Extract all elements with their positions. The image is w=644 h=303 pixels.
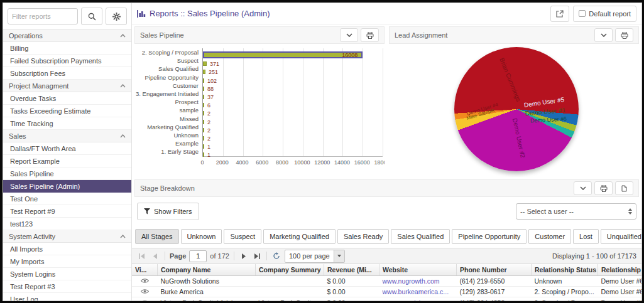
sidebar-item-test-one[interactable]: Test One xyxy=(3,193,131,205)
chevron-up-icon xyxy=(120,134,126,138)
chevron-down-icon xyxy=(601,33,607,37)
sidebar-item-all-imports[interactable]: All Imports xyxy=(3,243,131,255)
chevron-up-icon xyxy=(120,34,126,38)
chevron-up-icon xyxy=(120,84,126,88)
sidebar-item-tasks-exceeding-estimate[interactable]: Tasks Exceeding Estimate xyxy=(3,105,131,117)
page-number-input[interactable] xyxy=(189,250,207,262)
sales-pipeline-print-button[interactable] xyxy=(361,28,379,42)
sidebar-item-test-report-9[interactable]: Test Report #9 xyxy=(3,205,131,218)
relationship-status-cell: 2. Scoping / Propo... xyxy=(532,287,598,297)
tab-suspect[interactable]: Suspect xyxy=(224,229,261,244)
table-row[interactable]: NuGrowth Solutions$ 0.00www.nugrowth.com… xyxy=(132,276,641,287)
sales-pipeline-panel: Sales Pipeline 2. Scoping / Proposal1600… xyxy=(134,26,385,177)
column-header-revenue-mi-[interactable]: Revenue (Mi... xyxy=(324,264,379,276)
stage-breakdown-print-button[interactable] xyxy=(594,181,613,195)
prev-page-icon[interactable] xyxy=(150,251,160,261)
bar-category-label: sample xyxy=(136,106,199,114)
per-page-dropdown[interactable]: 100 per page xyxy=(285,250,345,263)
eye-icon[interactable] xyxy=(141,299,149,300)
company-summary-cell xyxy=(256,276,324,287)
bar-value-label: 371 xyxy=(210,61,219,67)
table-row[interactable]: Burke America$ 0.00www.burkeamerica.c...… xyxy=(132,287,641,297)
sidebar-item-overdue-tasks[interactable]: Overdue Tasks xyxy=(3,92,131,105)
sidebar-section-system-activity[interactable]: System Activity xyxy=(3,230,131,243)
bar-value-label: 2 xyxy=(207,136,210,142)
gridline xyxy=(223,48,224,156)
column-header-website[interactable]: Website xyxy=(379,264,457,276)
chevron-down-icon xyxy=(580,186,586,190)
stage-breakdown-collapse-button[interactable] xyxy=(574,181,592,195)
sidebar-item-sales-pipeline[interactable]: Sales Pipeline xyxy=(3,167,131,180)
select-user-dropdown[interactable]: -- Select a user -- xyxy=(516,203,636,220)
sidebar-item-my-imports[interactable]: My Imports xyxy=(3,255,131,268)
sidebar-item-billing[interactable]: Billing xyxy=(3,42,131,55)
sidebar-item-system-logins[interactable]: System Logins xyxy=(3,268,131,280)
sidebar-item-subscription-fees[interactable]: Subscription Fees xyxy=(3,67,131,80)
eye-icon[interactable] xyxy=(141,288,149,295)
table-row[interactable]: Victory Park Capital Advisor...Victory P… xyxy=(132,297,641,301)
app-window: OperationsBillingFailed Subscription Pay… xyxy=(3,3,642,301)
sidebar-item-sales-pipeline-admin-[interactable]: Sales Pipeline (Admin) xyxy=(3,180,131,193)
sidebar-item-time-tracking[interactable]: Time Tracking xyxy=(3,117,131,130)
website-cell[interactable]: www.burkeamerica.c... xyxy=(379,287,457,297)
sidebar-item-test123[interactable]: test123 xyxy=(3,218,131,230)
sidebar-section-project-managment[interactable]: Project Managment xyxy=(3,80,131,92)
default-report-button[interactable]: Default report xyxy=(573,6,636,22)
lead-assignment-print-button[interactable] xyxy=(615,28,633,42)
bar-value-label: 37 xyxy=(207,95,214,100)
open-report-button[interactable] xyxy=(550,6,569,22)
tab-pipeline-opportunity[interactable]: Pipeline Opportunity xyxy=(452,229,527,244)
sidebar-item-failed-subscription-payments[interactable]: Failed Subscription Payments xyxy=(3,55,131,67)
next-page-icon[interactable] xyxy=(239,251,249,261)
bar-1-early-stage xyxy=(203,152,204,157)
column-header-relationship-status[interactable]: Relationship Status xyxy=(532,264,598,276)
view-record-cell[interactable] xyxy=(132,297,158,301)
sidebar-item-report-example[interactable]: Report Example xyxy=(3,155,131,167)
revenue-cell: $ 0.00 xyxy=(324,276,379,287)
show-filters-button[interactable]: Show Filters xyxy=(137,203,199,220)
default-report-checkbox[interactable] xyxy=(579,10,586,17)
view-record-cell[interactable] xyxy=(132,287,158,297)
column-header-company-name[interactable]: Company Name xyxy=(158,264,256,276)
sidebar-section-operations[interactable]: Operations xyxy=(3,29,131,42)
last-page-icon[interactable] xyxy=(252,251,262,261)
column-header-relationship-mana-[interactable]: Relationship Mana... xyxy=(598,264,642,276)
website-cell[interactable]: www.vpcadvisors.com xyxy=(379,297,457,301)
column-header-phone-number[interactable]: Phone Number xyxy=(457,264,532,276)
tab-unqualified[interactable]: Unqualified xyxy=(601,229,641,244)
sidebar-item-test-report-3[interactable]: Test Report #3 xyxy=(3,280,131,293)
bar-category-label: Suspect xyxy=(136,56,199,65)
refresh-icon[interactable] xyxy=(271,251,281,261)
print-icon xyxy=(621,32,628,39)
phone-cell: (614) 219-6550 xyxy=(457,276,532,287)
filter-reports-input[interactable] xyxy=(8,8,78,24)
first-page-icon[interactable] xyxy=(137,251,147,261)
sidebar-section-sales[interactable]: Sales xyxy=(3,130,131,142)
sidebar-item-user-log[interactable]: User Log xyxy=(3,293,131,300)
eye-icon[interactable] xyxy=(141,277,149,285)
view-record-cell[interactable] xyxy=(132,276,158,287)
tab-sales-ready[interactable]: Sales Ready xyxy=(337,229,389,244)
filter-icon xyxy=(144,208,150,215)
search-button[interactable] xyxy=(81,8,102,25)
bar-prospect xyxy=(203,103,204,107)
gridline xyxy=(363,48,363,156)
lead-assignment-collapse-button[interactable] xyxy=(594,28,613,42)
tab-all-stages[interactable]: All Stages xyxy=(135,229,179,244)
website-cell[interactable]: www.nugrowth.com xyxy=(379,276,457,287)
tab-customer[interactable]: Customer xyxy=(528,229,571,244)
bar-pipeline-opportunity xyxy=(203,78,204,83)
sidebar-item-dallas-ft-worth-area[interactable]: Dallas/FT Worth Area xyxy=(3,142,131,155)
bar-value-label: 6 xyxy=(207,103,210,109)
tab-lost[interactable]: Lost xyxy=(573,229,599,244)
sales-pipeline-collapse-button[interactable] xyxy=(340,28,358,42)
settings-button[interactable] xyxy=(106,8,127,25)
stage-breakdown-export-button[interactable] xyxy=(615,181,633,195)
tab-sales-qualified[interactable]: Sales Qualified xyxy=(391,229,450,244)
tab-unknown[interactable]: Unknown xyxy=(181,229,222,244)
dropdown-arrow-icon xyxy=(334,250,344,262)
column-header-company-summary[interactable]: Company Summary xyxy=(256,264,324,276)
column-header-vi-[interactable]: Vi... xyxy=(132,264,158,276)
tab-marketing-qualified[interactable]: Marketing Qualified xyxy=(263,229,336,244)
document-icon xyxy=(621,185,627,192)
